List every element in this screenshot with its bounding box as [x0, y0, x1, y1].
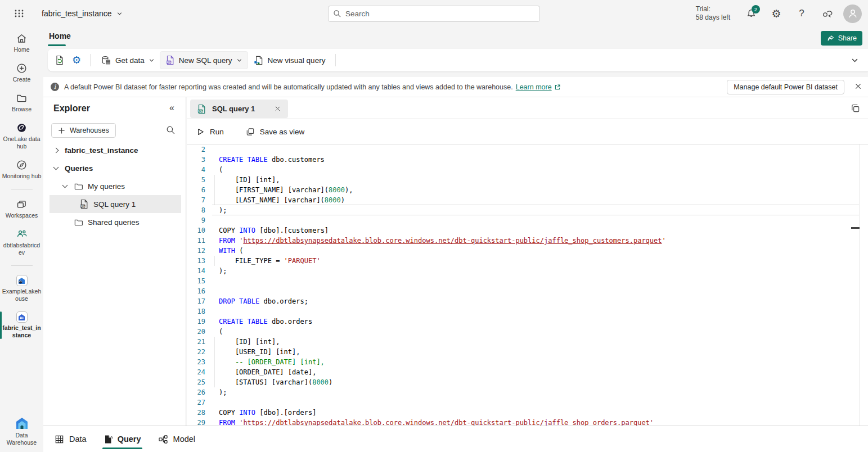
manage-default-dataset-button[interactable]: Manage default Power BI dataset: [727, 80, 844, 94]
explorer-search-button[interactable]: [166, 125, 176, 137]
new-sql-query-button[interactable]: SQL New SQL query: [160, 51, 248, 69]
learn-more-link[interactable]: Learn more: [516, 83, 561, 91]
copy-button[interactable]: [851, 103, 860, 115]
code-line-19[interactable]: 19CREATE TABLE dbo.orders: [187, 317, 868, 327]
code-line-17[interactable]: 17DROP TABLE dbo.orders;: [187, 296, 868, 306]
rail-item-workspaces[interactable]: Workspaces: [0, 198, 43, 219]
search-input[interactable]: [345, 10, 535, 18]
add-warehouses-button[interactable]: Warehouses: [51, 123, 116, 138]
view-tab-query[interactable]: Query: [102, 426, 142, 452]
code-line-14[interactable]: 14);: [187, 266, 868, 276]
code-line-24[interactable]: 24 [ORDER_DATE] [date],: [187, 367, 868, 377]
code-line-4[interactable]: 4(: [187, 165, 868, 175]
code-line-12[interactable]: 12WITH (: [187, 246, 868, 256]
rail-item-home[interactable]: Home: [0, 33, 43, 53]
rail-item-fabric-test-instance[interactable]: fabric_test_instance: [0, 311, 43, 339]
line-number: 9: [187, 215, 205, 225]
banner-close-button[interactable]: [854, 82, 862, 93]
tab-home[interactable]: Home: [48, 31, 72, 40]
toolbar-divider: [335, 54, 336, 66]
code-line-25[interactable]: 25 [STATUS] [varchar](8000): [187, 377, 868, 387]
warehouse-settings-button[interactable]: ⚙: [68, 52, 85, 69]
app-launcher-icon[interactable]: [7, 2, 32, 25]
save-as-view-button[interactable]: Save as view: [245, 127, 305, 137]
code-line-15[interactable]: 15: [187, 276, 868, 286]
new-visual-query-button[interactable]: New visual query: [248, 51, 331, 69]
rail-item-monitoring-hub[interactable]: Monitoring hub: [0, 159, 43, 180]
share-label: Share: [838, 34, 857, 42]
code-line-10[interactable]: 10COPY INTO [dbo].[customers]: [187, 225, 868, 236]
tree-item-my-queries[interactable]: My queries: [43, 177, 185, 195]
code-line-27[interactable]: 27: [187, 397, 868, 408]
line-number: 23: [187, 357, 205, 367]
monitoring-icon: [16, 159, 28, 171]
chevron-down-icon: [851, 57, 858, 64]
code-line-26[interactable]: 26);: [187, 387, 868, 397]
rail-item-onelake-data-hub[interactable]: OneLake data hub: [0, 122, 43, 150]
code-line-28[interactable]: 28COPY INTO [dbo].[orders]: [187, 408, 868, 418]
settings-button[interactable]: ⚙: [767, 4, 785, 22]
view-tab-data[interactable]: Data: [53, 426, 88, 452]
avatar[interactable]: [843, 4, 862, 23]
sql-code-area[interactable]: 23CREATE TABLE dbo.customers4(5 [ID] [in…: [187, 144, 868, 426]
close-tab-button[interactable]: [274, 105, 281, 112]
workspace-title-dropdown[interactable]: fabric_test_instance: [42, 9, 123, 18]
top-bar: fabric_test_instance Trial: 58 days left…: [0, 0, 868, 27]
rail-item-create[interactable]: Create: [0, 62, 43, 83]
chevron-down-icon[interactable]: [60, 185, 69, 187]
code-text: );: [219, 387, 227, 397]
share-icon: [826, 34, 835, 42]
help-button[interactable]: ?: [793, 4, 811, 22]
code-line-23[interactable]: 23 -- [ORDER_DATE] [int],: [187, 357, 868, 367]
code-line-9[interactable]: 9: [187, 215, 868, 225]
chevron-down-icon[interactable]: [51, 167, 60, 169]
rail-item-browse[interactable]: Browse: [0, 92, 43, 113]
lakehouse-icon: [16, 275, 28, 286]
chevron-right-icon[interactable]: [51, 148, 60, 152]
rail-item-data-warehouse[interactable]: Data Warehouse: [0, 417, 43, 446]
tab-sql-query-1[interactable]: SQL SQL query 1: [190, 100, 288, 118]
code-line-20[interactable]: 20(: [187, 327, 868, 337]
collapse-ribbon-button[interactable]: [851, 56, 858, 66]
rail-item-examplelakehouse[interactable]: ExampleLakehouse: [0, 275, 43, 302]
run-button[interactable]: Run: [196, 128, 224, 136]
code-line-21[interactable]: 21 [ID] [int],: [187, 337, 868, 347]
editor-overview-ruler[interactable]: [859, 144, 860, 426]
gear-blue-icon: ⚙: [72, 55, 81, 65]
indent-guide: [214, 256, 215, 266]
code-text: (: [219, 327, 223, 337]
code-line-3[interactable]: 3CREATE TABLE dbo.customers: [187, 155, 868, 165]
tree-item-sql-query-1[interactable]: SQLSQL query 1: [50, 195, 181, 213]
code-line-18[interactable]: 18: [187, 306, 868, 317]
code-line-11[interactable]: 11FROM 'https://dbtlabsynapsedatalake.bl…: [187, 236, 868, 246]
view-switcher-bar: DataQueryModel: [43, 426, 868, 452]
code-line-16[interactable]: 16: [187, 286, 868, 296]
code-line-29[interactable]: 29FROM 'https://dbtlabsynapsedatalake.bl…: [187, 418, 868, 426]
search-icon: [333, 10, 341, 18]
code-line-2[interactable]: 2: [187, 144, 868, 155]
get-data-button[interactable]: Get data: [96, 51, 160, 69]
banner-message: A default Power BI dataset for faster re…: [64, 83, 513, 91]
data-grid-icon: [55, 435, 64, 444]
collapse-panel-icon[interactable]: «: [169, 103, 174, 113]
notifications-button[interactable]: 2: [742, 4, 760, 22]
code-line-22[interactable]: 22 [USER_ID] [int],: [187, 347, 868, 357]
code-line-6[interactable]: 6 [FIRST_NAME] [varchar](8000),: [187, 185, 868, 195]
refresh-dataset-button[interactable]: [51, 52, 68, 69]
folder-icon: [74, 218, 83, 227]
code-line-7[interactable]: 7 [LAST_NAME] [varchar](8000): [187, 195, 868, 205]
feedback-button[interactable]: [818, 4, 836, 22]
share-button[interactable]: Share: [821, 31, 862, 46]
rail-item-dbtlabsfabricdev[interactable]: dbtlabsfabricdev: [0, 228, 43, 256]
warehouses-label: Warehouses: [70, 126, 109, 134]
tree-item-fabric-test-instance[interactable]: fabric_test_instance: [43, 141, 185, 159]
tree-item-queries[interactable]: Queries: [43, 159, 185, 177]
line-number: 10: [187, 225, 205, 236]
tree-item-shared-queries[interactable]: Shared queries: [43, 213, 185, 231]
code-line-13[interactable]: 13 FILE_TYPE = 'PARQUET': [187, 256, 868, 266]
toolbar-divider: [90, 54, 91, 66]
rail-item-label: Home: [2, 46, 42, 53]
code-line-8[interactable]: 8);: [187, 205, 868, 215]
code-line-5[interactable]: 5 [ID] [int],: [187, 175, 868, 185]
view-tab-model[interactable]: Model: [157, 426, 197, 452]
